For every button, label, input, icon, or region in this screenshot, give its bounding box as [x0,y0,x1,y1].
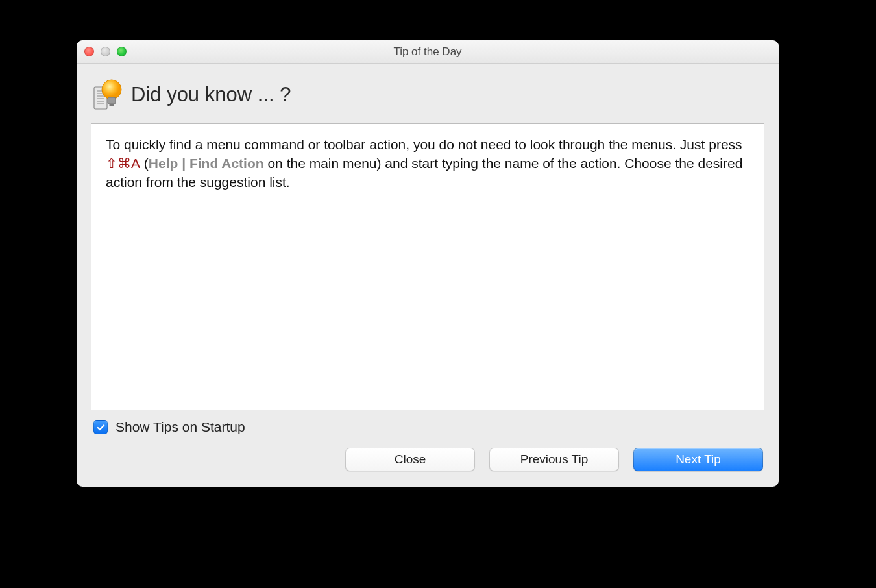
close-button[interactable]: Close [345,448,475,471]
window-controls [84,47,127,56]
lightbulb-icon [92,78,126,112]
heading-row: Did you know ... ? [92,78,764,112]
tip-of-the-day-dialog: Tip of the Day [77,40,779,487]
previous-tip-button[interactable]: Previous Tip [489,448,619,471]
svg-rect-9 [110,104,114,106]
tip-shortcut: ⇧⌘A [106,156,140,171]
close-window-icon[interactable] [84,47,94,56]
tip-open-paren: ( [140,156,149,171]
window-title: Tip of the Day [393,45,461,58]
close-button-label: Close [395,452,426,467]
svg-point-7 [102,80,121,99]
next-tip-button-label: Next Tip [675,452,721,467]
next-tip-button[interactable]: Next Tip [633,448,763,471]
tip-body: To quickly find a menu command or toolba… [91,123,764,410]
titlebar: Tip of the Day [77,40,779,64]
dialog-footer: Show Tips on Startup Close Previous Tip … [91,410,764,475]
minimize-window-icon [101,47,110,56]
show-tips-checkbox[interactable] [93,420,108,434]
show-tips-checkbox-row[interactable]: Show Tips on Startup [93,419,764,435]
maximize-window-icon[interactable] [117,47,127,56]
svg-rect-8 [108,97,116,104]
tip-text-pre: To quickly find a menu command or toolba… [106,137,742,152]
show-tips-label: Show Tips on Startup [116,419,245,435]
dialog-content: Did you know ... ? To quickly find a men… [77,64,779,487]
previous-tip-button-label: Previous Tip [520,452,589,467]
tip-menu-path: Help | Find Action [149,156,264,171]
button-row: Close Previous Tip Next Tip [91,448,764,475]
heading-text: Did you know ... ? [131,83,291,106]
